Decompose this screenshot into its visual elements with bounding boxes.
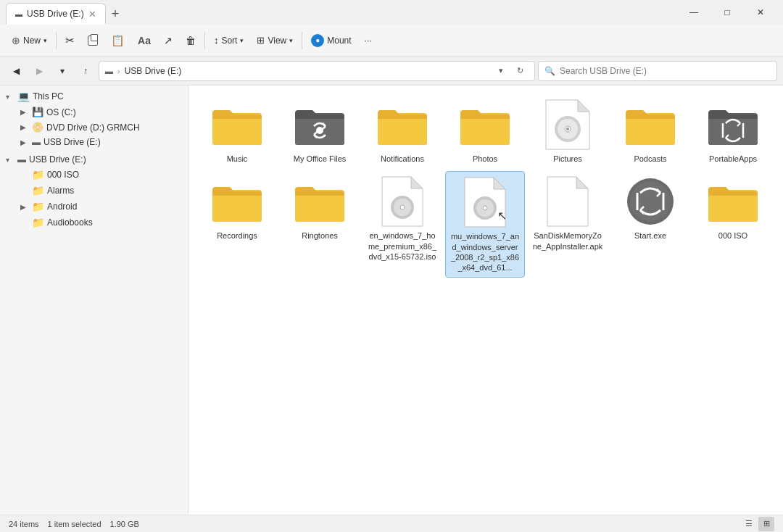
this-pc-label: This PC [33, 91, 64, 101]
sidebar-item-os-c[interactable]: ▶ 💾 OS (C:) [14, 104, 188, 120]
file-item-portableapps[interactable]: PortableApps [693, 94, 773, 168]
file-item-notifications[interactable]: Notifications [362, 94, 442, 168]
details-view-button[interactable]: ☰ [741, 517, 757, 531]
sidebar-item-000-iso[interactable]: ▶ 📁 000 ISO [14, 167, 188, 183]
cut-icon: ✂ [65, 34, 75, 47]
svg-rect-42 [708, 194, 758, 222]
tab-drive-icon: ▬ [15, 10, 22, 18]
usb-e-top-label: USB Drive (E:) [44, 137, 101, 147]
up-button[interactable]: ↑ [75, 61, 96, 81]
more-button[interactable]: ··· [359, 29, 378, 52]
search-input[interactable] [560, 66, 771, 76]
file-item-sandisk[interactable]: SanDiskMemoryZone_AppInstaller.apk [528, 171, 608, 278]
search-icon: 🔍 [544, 66, 555, 76]
recent-button[interactable]: ▾ [52, 61, 72, 81]
toolbar: ⊕ New ▾ ✂ 📋 Aa ↗ 🗑 ↕ Sort ▾ ⊞ View ▾ [0, 25, 783, 57]
file-item-ringtones[interactable]: Ringtones [280, 171, 360, 278]
svg-rect-1 [212, 117, 262, 145]
address-dropdown-button[interactable]: ▾ [492, 62, 510, 80]
status-bar: 24 items 1 item selected 1.90 GB ☰ ⊞ [0, 515, 783, 532]
close-button[interactable]: ✕ [744, 0, 777, 25]
000-iso-folder-svg [707, 180, 759, 223]
svg-marker-31 [494, 178, 505, 189]
usb-e-children: ▶ 📁 000 ISO ▶ 📁 Alarms ▶ 📁 Android ▶ 📁 A… [0, 167, 188, 230]
address-input[interactable]: ▬ › USB Drive (E:) ▾ ↻ [99, 61, 535, 81]
alarms-icon: 📁 [32, 185, 44, 196]
tree-toggle-usb-e-main: ▾ [6, 156, 17, 164]
svg-rect-22 [212, 194, 262, 222]
sort-chevron: ▾ [240, 37, 244, 44]
office-folder-svg [294, 103, 346, 146]
delete-icon: 🗑 [186, 35, 196, 46]
copy-button[interactable] [82, 29, 104, 52]
search-box[interactable]: 🔍 [538, 61, 777, 81]
sidebar-item-alarms[interactable]: ▶ 📁 Alarms [14, 183, 188, 199]
paste-icon: 📋 [111, 34, 125, 47]
this-pc-icon: 💻 [17, 91, 30, 102]
file-item-startexe[interactable]: Start.exe [610, 171, 690, 278]
sort-label: Sort [221, 36, 237, 46]
portableapps-icon-area [707, 99, 759, 151]
file-item-win7-iso[interactable]: en_windows_7_home_premium_x86_dvd_x15-65… [362, 171, 442, 278]
delete-button[interactable]: 🗑 [180, 29, 202, 52]
maximize-button[interactable]: □ [710, 0, 744, 25]
file-item-office[interactable]: My Office Files [280, 94, 360, 168]
address-refresh-button[interactable]: ↻ [511, 62, 529, 80]
android-label: Android [47, 201, 77, 212]
file-item-podcasts[interactable]: Podcasts [610, 94, 690, 168]
cursor-indicator: ↖ [497, 209, 507, 223]
000-iso-folder-label: 000 ISO [718, 230, 747, 241]
rename-button[interactable]: Aa [132, 29, 157, 52]
back-button[interactable]: ◀ [6, 61, 26, 81]
paste-button[interactable]: 📋 [105, 29, 130, 52]
sidebar-item-audiobooks[interactable]: ▶ 📁 Audiobooks [14, 215, 188, 230]
sort-button[interactable]: ↕ Sort ▾ [208, 29, 250, 52]
new-button[interactable]: ⊕ New ▾ [6, 29, 53, 52]
drive-indicator-icon: ▬ [105, 67, 113, 75]
sidebar-item-android[interactable]: ▶ 📁 Android [14, 199, 188, 215]
sidebar: ▾ 💻 This PC ▶ 💾 OS (C:) ▶ 📀 DVD Drive (D… [0, 86, 188, 515]
mount-label: Mount [327, 36, 351, 46]
tab-close-button[interactable]: ✕ [88, 9, 96, 19]
file-item-000-iso-folder[interactable]: 000 ISO [693, 171, 773, 278]
notifications-folder-svg [376, 103, 428, 146]
sandisk-label: SanDiskMemoryZone_AppInstaller.apk [532, 230, 603, 252]
startexe-icon-area [624, 175, 676, 228]
sidebar-item-usb-e-top[interactable]: ▶ ▬ USB Drive (E:) [14, 135, 188, 149]
file-item-mu-windows[interactable]: ↖ mu_windows_7_and_windows_server_2008_r… [445, 171, 525, 278]
android-icon: 📁 [32, 201, 44, 212]
this-pc-children: ▶ 💾 OS (C:) ▶ 📀 DVD Drive (D:) GRMCH ▶ ▬… [0, 104, 188, 149]
view-label: View [268, 36, 286, 46]
address-separator: › [117, 67, 120, 75]
000-iso-icon: 📁 [32, 169, 44, 180]
cut-button[interactable]: ✂ [59, 29, 80, 52]
mu-windows-label: mu_windows_7_and_windows_server_2008_r2_… [450, 231, 520, 273]
mount-button[interactable]: ● Mount [305, 29, 357, 52]
minimize-button[interactable]: — [677, 0, 710, 25]
svg-point-29 [400, 205, 405, 209]
active-tab[interactable]: ▬ USB Drive (E:) ✕ [6, 3, 106, 25]
win7-iso-doc-svg [381, 175, 424, 228]
file-item-music[interactable]: Music [197, 94, 277, 168]
pictures-label: Pictures [553, 154, 582, 164]
view-button[interactable]: ⊞ View ▾ [251, 29, 299, 52]
sidebar-item-dvd[interactable]: ▶ 📀 DVD Drive (D:) GRMCH [14, 120, 188, 135]
sandisk-icon-area [542, 175, 594, 228]
pictures-doc-svg [544, 99, 591, 151]
usb-e-main-icon: ▬ [17, 154, 26, 165]
podcasts-icon-area [624, 99, 676, 151]
mu-windows-icon-area: ↖ [459, 176, 511, 228]
sidebar-item-usb-e-main[interactable]: ▾ ▬ USB Drive (E:) [0, 152, 188, 167]
icons-view-button[interactable]: ⊞ [758, 517, 774, 531]
file-item-pictures[interactable]: Pictures [528, 94, 608, 168]
forward-button[interactable]: ▶ [29, 61, 49, 81]
ringtones-label: Ringtones [302, 230, 338, 241]
share-button[interactable]: ↗ [158, 29, 178, 52]
file-item-recordings[interactable]: Recordings [197, 171, 277, 278]
startexe-label: Start.exe [634, 230, 666, 241]
file-item-photos[interactable]: Photos [445, 94, 525, 168]
view-toggle-buttons: ☰ ⊞ [741, 517, 774, 531]
tree-toggle-usb-e-top: ▶ [20, 138, 32, 146]
new-tab-button[interactable]: + [106, 7, 125, 22]
sidebar-item-this-pc[interactable]: ▾ 💻 This PC [0, 88, 188, 104]
